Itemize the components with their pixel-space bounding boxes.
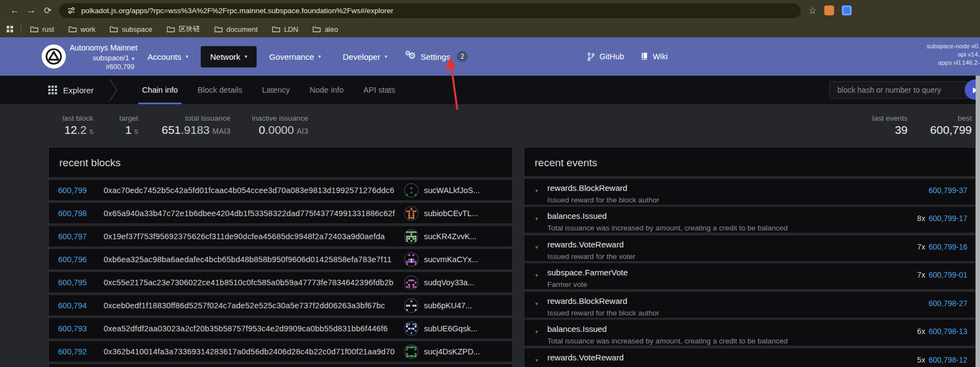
network-name: Autonomys Mainnet: [70, 43, 134, 52]
explorer-tabbar: Explorer Chain info Block details Latenc…: [0, 76, 980, 104]
url-bar[interactable]: polkadot.js.org/apps/?rpc=wss%3A%2F%2Frp…: [59, 3, 801, 18]
event-description: Farmer vote: [547, 280, 967, 289]
event-block-link[interactable]: 600,799-01: [928, 270, 967, 279]
tab-item[interactable]: Block details: [191, 76, 248, 104]
header-menu-item[interactable]: Developer ▾: [333, 46, 396, 67]
tab-label: Latency: [262, 86, 290, 94]
author-identicon: [404, 298, 418, 313]
header-menu-item[interactable]: Network ▾: [201, 46, 257, 67]
event-block-link[interactable]: 600,799-16: [928, 242, 967, 251]
block-author[interactable]: subiobCEvTL...: [404, 206, 512, 221]
event-block-link[interactable]: 600,798-13: [928, 327, 967, 336]
block-author[interactable]: sucvmKaCYx...: [404, 252, 512, 267]
bookmark-folder[interactable]: 区块链: [167, 24, 200, 34]
git-branch-icon: [587, 52, 595, 61]
block-number-link[interactable]: 600,795: [49, 278, 104, 287]
tab-item[interactable]: API stats: [358, 76, 401, 104]
reload-icon[interactable]: ⟳: [39, 5, 56, 16]
block-number-link[interactable]: 600,794: [49, 301, 104, 310]
external-links: GitHub Wiki: [587, 37, 668, 76]
block-number-link[interactable]: 600,793: [49, 324, 104, 333]
event-block-link[interactable]: 600,799-37: [928, 186, 967, 195]
block-number-link[interactable]: 600,797: [49, 232, 104, 241]
folder-icon: [167, 26, 175, 32]
expand-chevron-icon[interactable]: ▾: [535, 216, 538, 222]
tab-item[interactable]: Chain info: [136, 76, 184, 104]
autonomys-logo[interactable]: [42, 44, 66, 69]
book-icon: [641, 52, 648, 61]
extension-icon-orange[interactable]: [824, 5, 834, 15]
author-name: subUE6Gqsk...: [424, 324, 478, 333]
block-number-link[interactable]: 600,799: [49, 186, 104, 195]
bookmark-star-icon[interactable]: ☆: [808, 5, 817, 16]
bookmark-label: aleo: [325, 25, 338, 33]
bookmark-folder[interactable]: rust: [30, 25, 54, 33]
tab-item[interactable]: Node info: [304, 76, 350, 104]
header-menu-item[interactable]: Governance ▾: [260, 46, 330, 67]
event-block-link[interactable]: 600,798-12: [928, 355, 967, 364]
author-identicon: [404, 345, 418, 359]
expand-chevron-icon[interactable]: ▾: [535, 272, 538, 278]
author-name: sub6pKU47...: [424, 301, 472, 310]
settings-menu-item[interactable]: ⚙⚙ Settings 2: [400, 45, 473, 68]
stat-label: best: [905, 114, 972, 122]
apps-grid-icon[interactable]: [7, 26, 13, 32]
author-identicon: [404, 275, 418, 290]
expand-chevron-icon[interactable]: ▾: [535, 329, 538, 335]
chevron-down-icon: ▾: [384, 54, 387, 59]
block-number-link[interactable]: 600,796: [49, 255, 104, 264]
wiki-label: Wiki: [653, 52, 667, 61]
expand-chevron-icon[interactable]: ▾: [535, 188, 538, 194]
expand-chevron-icon[interactable]: ▾: [535, 244, 538, 250]
event-block-link[interactable]: 600,799-17: [928, 214, 967, 223]
event-reference: 8x600,799-17: [917, 214, 967, 223]
event-reference: 5x600,798-12: [917, 355, 967, 364]
block-author[interactable]: sucj4DsKZPD...: [404, 345, 512, 359]
event-count: 8x: [917, 214, 925, 223]
event-name: rewards.BlockReward: [547, 296, 967, 306]
bookmark-folder[interactable]: work: [69, 25, 95, 33]
tab-item[interactable]: Latency: [256, 76, 296, 104]
block-author[interactable]: sucWALkfJoS...: [404, 183, 512, 197]
block-hash: 0xea52dfdf2aa03023a2cf20b35b58757f953c4e…: [104, 324, 388, 333]
back-icon[interactable]: ←: [7, 5, 23, 16]
expand-chevron-icon[interactable]: ▾: [535, 301, 538, 307]
block-author[interactable]: subUE6Gqsk...: [404, 321, 512, 336]
bookmark-folder[interactable]: LDN: [272, 25, 298, 33]
block-author[interactable]: sucKR4ZvvK...: [404, 229, 512, 244]
bookmark-folder[interactable]: subspace: [110, 25, 152, 33]
block-author[interactable]: sudqVoy33a...: [404, 275, 512, 290]
header-menu-item[interactable]: Accounts ▾: [138, 46, 197, 67]
author-identicon: [404, 321, 418, 336]
folder-icon: [214, 26, 223, 32]
block-number-link[interactable]: 600,798: [49, 209, 104, 218]
wiki-link[interactable]: Wiki: [641, 52, 667, 61]
stat-card: inactive issuance 0.0000AI3: [219, 114, 308, 137]
block-hash: 0x19ef37f753f95692375626cf311de90dcfea45…: [104, 232, 385, 241]
bookmark-folder[interactable]: document: [214, 25, 258, 33]
site-settings-icon[interactable]: [67, 6, 76, 15]
chevron-down-icon: ▾: [186, 54, 189, 59]
event-block-link[interactable]: 600,798-27: [928, 299, 967, 308]
event-description: Issued reward for the voter: [547, 252, 967, 261]
network-meta[interactable]: Autonomys Mainnet subspace/1▾ #600,799: [70, 43, 134, 71]
forward-icon[interactable]: →: [23, 5, 39, 16]
recent-blocks-title: recent blocks: [49, 148, 512, 177]
block-search-input[interactable]: [829, 81, 968, 99]
app-header: Autonomys Mainnet subspace/1▾ #600,799 A…: [0, 37, 980, 76]
block-hash: 0xac70edc7452b5c42a5fd01fcaac4b054ccee3d…: [104, 186, 394, 195]
github-link[interactable]: GitHub: [587, 52, 624, 61]
bookmarks-bar: rust work subspace 区块链: [0, 21, 980, 37]
page-scrollbar[interactable]: [976, 76, 980, 367]
block-number-link[interactable]: 600,792: [49, 347, 104, 356]
tab-label: Block details: [197, 86, 242, 94]
extension-icon-blue[interactable]: [842, 5, 852, 15]
chevron-down-icon: ▾: [319, 54, 321, 59]
bookmark-folder[interactable]: aleo: [313, 25, 338, 33]
explorer-section[interactable]: Explorer: [48, 76, 94, 104]
expand-chevron-icon[interactable]: ▾: [535, 357, 538, 363]
author-identicon: [404, 252, 418, 267]
version-line: apps v0.146.2-1: [926, 59, 980, 67]
recent-events-title: recent events: [524, 148, 975, 176]
block-author[interactable]: sub6pKU47...: [404, 298, 512, 313]
